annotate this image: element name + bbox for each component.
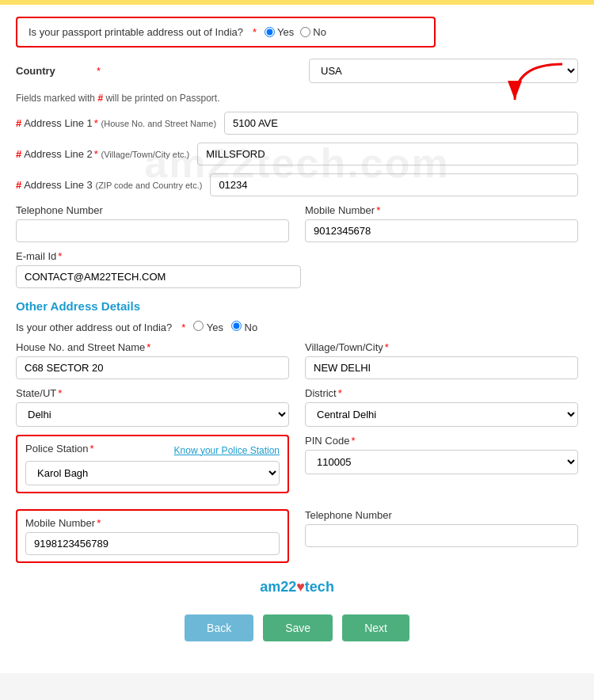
passport-no-text: No	[313, 26, 326, 38]
address-line-2-input[interactable]	[197, 143, 578, 165]
address-line-3-row: # Address Line 3 (ZIP code and Country e…	[16, 173, 578, 196]
house-label: House No. and Street Name*	[16, 341, 289, 353]
mobile2-tel2-row: Mobile Number* Telephone Number	[16, 509, 578, 571]
police-header: Police Station* Know your Police Station	[25, 443, 280, 458]
other-address-question: Is your other address out of India?* Yes…	[16, 321, 578, 333]
state-col: State/UT* Delhi Maharashtra Karnataka	[16, 387, 289, 427]
heart-icon: ♥	[296, 579, 305, 595]
state-district-row: State/UT* Delhi Maharashtra Karnataka Di…	[16, 387, 578, 427]
police-pin-row: Police Station* Know your Police Station…	[16, 435, 578, 501]
house-input[interactable]	[16, 356, 289, 379]
passport-no-radio[interactable]	[300, 27, 310, 37]
address-line-1-label: # Address Line 1* (House No. and Street …	[16, 117, 216, 129]
country-required-star: *	[97, 65, 101, 77]
country-select-wrap: USA India UK	[309, 59, 578, 83]
district-select[interactable]: Central Delhi North Delhi South Delhi	[305, 402, 578, 427]
country-row: Country * USA India UK	[16, 59, 578, 83]
tel-mobile-row: Telephone Number Mobile Number*	[16, 204, 578, 242]
pin-col: PIN Code* 110005	[305, 435, 578, 501]
state-select[interactable]: Delhi Maharashtra Karnataka	[16, 402, 289, 427]
address-line-1-row: # Address Line 1* (House No. and Street …	[16, 112, 578, 135]
telephone-col: Telephone Number	[16, 204, 289, 242]
passport-address-label: Is your passport printable address out o…	[29, 26, 243, 38]
email-input[interactable]	[16, 265, 301, 288]
button-row: Back Save Next	[16, 614, 578, 657]
know-police-link[interactable]: Know your Police Station	[174, 445, 280, 456]
hash-symbol: #	[97, 93, 103, 104]
police-select[interactable]: Karol Bagh Connaught Place	[25, 461, 280, 485]
house-village-row: House No. and Street Name* Village/Town/…	[16, 341, 578, 379]
house-col: House No. and Street Name*	[16, 341, 289, 379]
address-line-3-label: # Address Line 3 (ZIP code and Country e…	[16, 179, 202, 191]
email-field-wrap: E-mail Id*	[16, 250, 578, 288]
mobile-highlight-box: Mobile Number*	[16, 509, 289, 563]
address-line-3-input[interactable]	[210, 173, 578, 196]
fields-note: Fields marked with # will be printed on …	[16, 93, 578, 104]
tel2-label: Telephone Number	[305, 509, 578, 521]
police-highlight-box: Police Station* Know your Police Station…	[16, 435, 289, 493]
other-no-radio[interactable]	[231, 321, 242, 331]
mobile2-input[interactable]	[25, 532, 280, 555]
passport-address-box: Is your passport printable address out o…	[16, 17, 436, 48]
telephone-input[interactable]	[16, 219, 289, 242]
am22-brand: am22♥tech	[16, 579, 578, 595]
country-select[interactable]: USA India UK	[309, 59, 578, 83]
district-label: District*	[305, 387, 578, 399]
pin-select[interactable]: 110005	[305, 450, 578, 474]
mobile-input[interactable]	[305, 219, 578, 242]
telephone-label: Telephone Number	[16, 204, 289, 216]
mobile-label: Mobile Number*	[305, 204, 578, 216]
police-label: Police Station*	[25, 443, 94, 455]
village-col: Village/Town/City*	[305, 341, 578, 379]
pin-label: PIN Code*	[305, 435, 578, 447]
mobile2-label: Mobile Number*	[25, 517, 280, 529]
passport-radio-group: Yes No	[265, 26, 326, 38]
other-yes-label[interactable]: Yes	[193, 321, 223, 333]
next-button[interactable]: Next	[342, 614, 409, 641]
back-button[interactable]: Back	[185, 614, 253, 641]
save-button[interactable]: Save	[263, 614, 333, 641]
other-no-label[interactable]: No	[231, 321, 257, 333]
passport-yes-radio[interactable]	[265, 27, 275, 37]
passport-no-label[interactable]: No	[300, 26, 326, 38]
other-yes-radio[interactable]	[193, 321, 204, 331]
village-input[interactable]	[305, 356, 578, 379]
other-address-title: Other Address Details	[16, 299, 578, 313]
village-label: Village/Town/City*	[305, 341, 578, 353]
mobile2-col: Mobile Number*	[16, 509, 289, 571]
state-label: State/UT*	[16, 387, 289, 399]
tel2-input[interactable]	[305, 524, 578, 547]
address-line-2-row: # Address Line 2* (Village/Town/City etc…	[16, 143, 578, 165]
passport-yes-text: Yes	[277, 26, 294, 38]
country-label: Country	[16, 65, 95, 77]
email-label: E-mail Id*	[16, 250, 578, 262]
address-line-1-input[interactable]	[224, 112, 578, 135]
passport-yes-label[interactable]: Yes	[265, 26, 294, 38]
mobile-col: Mobile Number*	[305, 204, 578, 242]
passport-required-star: *	[253, 26, 257, 38]
address-line-2-label: # Address Line 2* (Village/Town/City etc…	[16, 148, 189, 160]
police-col: Police Station* Know your Police Station…	[16, 435, 289, 501]
tel2-col: Telephone Number	[305, 509, 578, 571]
district-col: District* Central Delhi North Delhi Sout…	[305, 387, 578, 427]
